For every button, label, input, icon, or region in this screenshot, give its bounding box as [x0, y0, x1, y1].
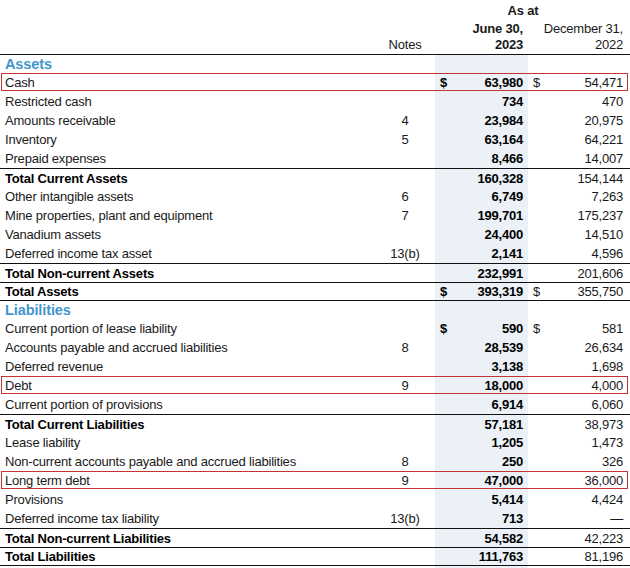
row-label: Total Current Liabilities [0, 417, 375, 432]
value-2023: 734 [502, 94, 523, 109]
value-2023-cell: 111,763 [435, 549, 528, 564]
table-row: Provisions5,4144,424 [0, 490, 630, 509]
row-label: Accounts payable and accrued liabilities [0, 340, 375, 355]
value-2023-cell: 47,000 [435, 473, 528, 488]
column-header-notes: Notes [375, 37, 435, 52]
value-2022-cell: 201,606 [528, 266, 630, 281]
header-line-1: June 30, December 31, [0, 21, 630, 36]
value-2023-cell: 199,701 [435, 208, 528, 223]
value-2022-cell: 36,000 [528, 473, 630, 488]
value-2023: 18,000 [484, 378, 523, 393]
value-2022-cell: 4,424 [528, 492, 630, 507]
value-2022: 4,424 [591, 492, 623, 507]
row-label: Deferred income tax asset [0, 246, 375, 261]
value-2022-cell: 14,510 [528, 227, 630, 242]
value-2022: 54,471 [584, 75, 623, 90]
as-at-label: As at [435, 3, 611, 18]
value-2023: 5,414 [491, 492, 523, 507]
value-2022: 36,000 [584, 473, 623, 488]
value-2022: 154,144 [577, 171, 623, 186]
value-2022-cell: 326 [528, 454, 630, 469]
value-2023-cell: 2,141 [435, 246, 528, 261]
value-2022: 470 [602, 94, 623, 109]
value-2023-cell: 23,984 [435, 113, 528, 128]
value-2023-cell: 6,914 [435, 397, 528, 412]
table-row: Mine properties, plant and equipment7199… [0, 206, 630, 225]
notes-cell: 7 [375, 208, 435, 223]
value-2023-cell: 232,991 [435, 266, 528, 281]
value-2022-cell: 26,634 [528, 340, 630, 355]
value-2023: 23,984 [484, 113, 523, 128]
notes-cell: 9 [375, 378, 435, 393]
row-label: Other intangible assets [0, 189, 375, 204]
notes-cell: 8 [375, 340, 435, 355]
header-line-2: Notes 2023 2022 [0, 37, 630, 52]
value-2022: 20,975 [584, 113, 623, 128]
value-2023-cell: 54,582 [435, 531, 528, 546]
value-2023-cell: 734 [435, 94, 528, 109]
header-notes-spacer [375, 21, 435, 36]
value-2022-cell: 1,698 [528, 359, 630, 374]
value-2023: 63,980 [484, 75, 523, 90]
table-body: AssetsCash$63,980$54,471Restricted cash7… [0, 55, 630, 566]
value-2022: 355,750 [577, 284, 623, 299]
value-2023-cell: 6,749 [435, 189, 528, 204]
column-header-2022: 2022 [528, 37, 630, 52]
value-2023-cell: $590 [435, 321, 528, 336]
value-2023-cell: $63,980 [435, 75, 528, 90]
value-2022-cell: 6,060 [528, 397, 630, 412]
table-row: Non-current accounts payable and accrued… [0, 452, 630, 471]
value-2022: 326 [602, 454, 623, 469]
value-2023: 54,582 [484, 531, 523, 546]
table-row: Cash$63,980$54,471 [0, 73, 630, 92]
row-label: Total Non-current Assets [0, 266, 375, 281]
value-2023: 8,466 [491, 151, 523, 166]
value-2023: 3,138 [491, 359, 523, 374]
table-row: Other intangible assets66,7497,263 [0, 187, 630, 206]
notes-cell: 13(b) [375, 246, 435, 261]
table-row: Deferred income tax asset13(b)2,1414,596 [0, 244, 630, 263]
value-2022: 14,007 [584, 151, 623, 166]
notes-cell: 8 [375, 454, 435, 469]
value-2022: 26,634 [584, 340, 623, 355]
header-spacer [0, 21, 375, 36]
section-heading-row: Assets [0, 55, 630, 73]
row-label: Amounts receivable [0, 113, 375, 128]
dollar-sign-2023: $ [440, 75, 447, 90]
row-label: Restricted cash [0, 94, 375, 109]
row-label: Current portion of provisions [0, 397, 375, 412]
value-2022: 581 [602, 321, 623, 336]
value-2022-cell: 64,221 [528, 132, 630, 147]
table-row: Amounts receivable423,98420,975 [0, 111, 630, 130]
row-label: Total Current Assets [0, 171, 375, 186]
value-2022-cell: 154,144 [528, 171, 630, 186]
dollar-sign-2023: $ [440, 284, 447, 299]
value-2023: 57,181 [484, 417, 523, 432]
value-2023: 393,319 [477, 284, 523, 299]
value-2022-cell: 175,237 [528, 208, 630, 223]
table-row: Restricted cash734470 [0, 92, 630, 111]
row-label: Total Liabilities [0, 549, 375, 564]
value-2022-cell: 4,596 [528, 246, 630, 261]
value-2023-cell: 24,400 [435, 227, 528, 242]
dollar-sign-2022: $ [533, 321, 540, 336]
value-2023: 47,000 [484, 473, 523, 488]
value-2022-cell: 7,263 [528, 189, 630, 204]
value-2022: 1,473 [591, 435, 623, 450]
value-2023: 111,763 [479, 549, 523, 564]
value-2023: 1,205 [491, 435, 523, 450]
value-2022-cell: $581 [528, 321, 630, 336]
value-2023: 6,914 [491, 397, 523, 412]
dollar-sign-2022: $ [533, 75, 540, 90]
header-spacer [0, 37, 375, 52]
table-row: Current portion of provisions6,9146,060 [0, 395, 630, 414]
notes-cell: 6 [375, 189, 435, 204]
row-label: Inventory [0, 132, 375, 147]
table-row: Deferred income tax liability13(b)713— [0, 509, 630, 528]
notes-cell: 5 [375, 132, 435, 147]
section-heading-row: Liabilities [0, 301, 630, 319]
value-2022: 201,606 [577, 266, 623, 281]
value-2022-cell: 14,007 [528, 151, 630, 166]
dollar-sign-2023: $ [440, 321, 447, 336]
row-label: Vanadium assets [0, 227, 375, 242]
